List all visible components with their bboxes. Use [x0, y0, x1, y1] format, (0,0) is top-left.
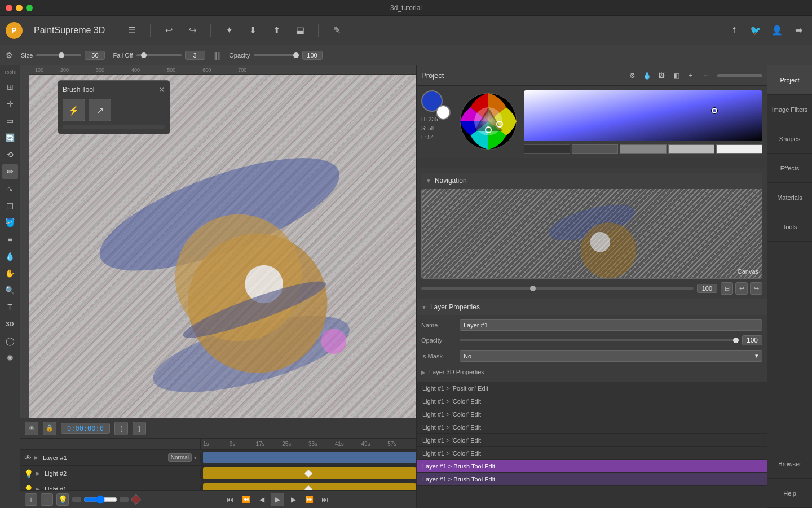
text-tool[interactable]: T — [2, 299, 18, 315]
move-down-button[interactable]: ⬇ — [245, 23, 261, 38]
step-forward-button[interactable]: ⏩ — [302, 493, 316, 506]
opacity-value[interactable]: 100 — [302, 51, 323, 60]
zoom-tool[interactable]: 🔍 — [2, 282, 18, 298]
brush-tool[interactable]: ✏ — [2, 164, 18, 179]
eraser-tool[interactable]: ◫ — [2, 198, 18, 213]
tab-project[interactable]: Project — [767, 65, 812, 95]
history-item-6[interactable]: Light #1 > 'Color' Edit — [417, 447, 767, 460]
swatch-white[interactable] — [716, 144, 762, 154]
history-item-4[interactable]: Light #1 > 'Color' Edit — [417, 421, 767, 434]
effects-tool[interactable]: ✺ — [2, 350, 18, 366]
layers-btn[interactable]: ◧ — [670, 69, 682, 82]
image-btn[interactable]: 🖼 — [655, 69, 668, 82]
maximize-button[interactable] — [26, 5, 33, 11]
falloff-value[interactable]: 3 — [185, 51, 205, 60]
history-item-5[interactable]: Light #1 > 'Color' Edit — [417, 434, 767, 447]
size-value[interactable]: 50 — [85, 51, 105, 60]
layer-name-input[interactable] — [460, 319, 762, 331]
hamburger-menu-button[interactable]: ☰ — [124, 23, 140, 38]
add-layer-button[interactable]: + — [25, 493, 37, 506]
settings-btn[interactable]: ⚙ — [626, 69, 638, 82]
canvas-inner[interactable]: Brush Tool ✕ ⚡ ↗ — [29, 75, 416, 418]
tab-materials[interactable]: Materials — [767, 183, 812, 212]
nav-preview[interactable]: Canvas — [421, 189, 762, 279]
layer-props-header[interactable]: ▼ Layer Properties — [417, 299, 767, 315]
smudge-tool[interactable]: ∿ — [2, 181, 18, 196]
layer-2-track[interactable] — [201, 466, 416, 481]
water-btn[interactable]: 💧 — [641, 69, 653, 82]
layer-3d-row[interactable]: ▶ Layer 3D Properties — [421, 366, 762, 378]
nav-fit-btn[interactable]: ⊞ — [721, 282, 733, 295]
lightness-bar[interactable] — [524, 90, 762, 141]
tab-image-filters[interactable]: Image Filters — [767, 95, 812, 124]
redo-button[interactable]: ↪ — [184, 23, 200, 38]
history-item-2[interactable]: Light #1 > 'Color' Edit — [417, 395, 767, 408]
is-mask-select[interactable]: No ▾ — [460, 350, 762, 362]
falloff-slider[interactable] — [136, 54, 182, 56]
zoom-bar[interactable] — [717, 74, 762, 77]
shape-tool[interactable]: ◯ — [2, 333, 18, 349]
nav-redo-btn[interactable]: ↪ — [750, 282, 762, 295]
tab-tools[interactable]: Tools — [767, 212, 812, 242]
swatch-mid[interactable] — [572, 144, 618, 154]
swatch-lighter[interactable] — [668, 144, 714, 154]
resize-button[interactable]: ⬓ — [292, 23, 308, 38]
easing-slider[interactable] — [83, 495, 117, 504]
popup-close-button[interactable]: ✕ — [158, 85, 165, 94]
visibility-toggle[interactable]: 👁 — [25, 422, 38, 435]
move-tool[interactable]: ✛ — [2, 96, 18, 112]
layer-opacity-value[interactable]: 100 — [742, 335, 762, 345]
eyedropper-tool[interactable]: 💧 — [2, 248, 18, 264]
layer-1-expand[interactable]: ▶ — [34, 454, 41, 461]
next-frame-button[interactable]: ▶ — [286, 493, 300, 506]
pan-tool[interactable]: ✋ — [2, 265, 18, 281]
remove-btn2[interactable]: − — [699, 69, 712, 82]
brush-mode-btn-2[interactable]: ↗ — [89, 99, 111, 121]
transform-tool[interactable]: ⟲ — [2, 147, 18, 163]
tab-shapes[interactable]: Shapes — [767, 124, 812, 154]
layer-2-expand[interactable]: ▶ — [36, 470, 42, 476]
layer-3-expand[interactable]: ▶ — [36, 486, 42, 490]
bracket-in[interactable]: [ — [114, 422, 128, 435]
facebook-icon[interactable]: f — [726, 23, 742, 38]
layer-opacity-slider[interactable] — [460, 339, 739, 341]
prev-frame-button[interactable]: ◀ — [255, 493, 268, 506]
tab-effects[interactable]: Effects — [767, 154, 812, 183]
size-slider[interactable] — [36, 54, 81, 56]
fill-tool[interactable]: 🪣 — [2, 214, 18, 230]
layer-tool[interactable]: ≡ — [2, 231, 18, 247]
go-to-end-button[interactable]: ⏭ — [318, 493, 332, 506]
nav-undo-btn[interactable]: ↩ — [735, 282, 748, 295]
remove-layer-button[interactable]: − — [41, 493, 53, 506]
add-btn2[interactable]: + — [685, 69, 697, 82]
layer-3-track[interactable] — [201, 481, 416, 490]
swatch-dark[interactable] — [524, 144, 570, 154]
timecode-display[interactable]: 0:00:00:0 — [61, 423, 110, 434]
brush-options-button[interactable]: ✎ — [329, 23, 345, 38]
layer-1-blend[interactable]: Normal — [168, 453, 192, 462]
navigation-header[interactable]: ▼ Navigation — [421, 173, 762, 189]
go-to-start-button[interactable]: ⏮ — [223, 493, 237, 506]
bracket-out[interactable]: ] — [133, 422, 146, 435]
swatch-light[interactable] — [620, 144, 666, 154]
layer-3-vis[interactable]: 💡 — [24, 485, 33, 491]
account-icon[interactable]: 👤 — [769, 23, 785, 38]
logout-icon[interactable]: ➡ — [791, 23, 806, 38]
tab-help[interactable]: Help — [767, 479, 812, 508]
add-light-button[interactable]: 💡 — [56, 493, 69, 506]
brush-mode-btn-1[interactable]: ⚡ — [63, 99, 85, 121]
history-item-8[interactable]: Layer #1 > Brush Tool Edit — [417, 473, 767, 486]
nav-zoom-slider[interactable] — [421, 287, 694, 290]
move-up-button[interactable]: ⬆ — [268, 23, 284, 38]
nav-zoom-value[interactable]: 100 — [697, 284, 717, 293]
select-all-tool[interactable]: ⊞ — [2, 79, 18, 95]
select-tool[interactable]: ▭ — [2, 113, 18, 129]
transform-button[interactable]: ✦ — [221, 23, 237, 38]
tab-browser[interactable]: Browser — [767, 449, 812, 479]
play-button[interactable]: ▶ — [271, 493, 284, 506]
history-item-7[interactable]: Layer #1 > Brush Tool Edit — [417, 460, 767, 473]
history-item-1[interactable]: Light #1 > 'Position' Edit — [417, 382, 767, 395]
layer-1-vis[interactable]: 👁 — [24, 453, 32, 462]
opacity-slider[interactable] — [254, 54, 299, 56]
layer-1-track[interactable] — [201, 450, 416, 465]
